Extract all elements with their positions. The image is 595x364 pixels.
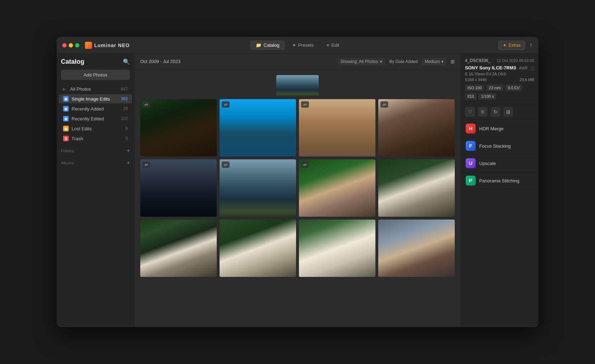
add-folder-button[interactable]: + bbox=[127, 148, 130, 154]
photo-filename: 4_DSC9336_ bbox=[465, 58, 491, 63]
photo-mountain2[interactable]: ⇌ bbox=[220, 159, 296, 217]
trash-count: 0 bbox=[125, 136, 128, 141]
size-filter[interactable]: Medium ▾ bbox=[422, 58, 446, 66]
photo-man-forest[interactable] bbox=[378, 159, 455, 217]
photo-woman1[interactable]: ⇌ bbox=[299, 99, 375, 157]
photo-man-jungle1[interactable] bbox=[140, 220, 217, 277]
favorite-button[interactable]: ♡ bbox=[465, 107, 475, 117]
recently-edited-icon: ▣ bbox=[63, 116, 69, 121]
sidebar: Catalog 🔍 Add Photos ▶ All Photos 847 ▣ … bbox=[57, 54, 135, 327]
tool-panorama-stitching[interactable]: P Panorama Stitching bbox=[461, 172, 538, 189]
upscale-icon: U bbox=[466, 158, 476, 168]
photo-exif: ISO 100 23 mm 0.0 EV f/10 1/100 s bbox=[465, 85, 534, 99]
more-options-button[interactable]: ⊞ bbox=[503, 107, 513, 117]
sidebar-item-all-photos[interactable]: ▶ All Photos 847 bbox=[59, 85, 132, 93]
edit-icon: ≡ bbox=[327, 42, 329, 48]
copy-button[interactable]: ⎘ bbox=[478, 107, 488, 117]
photo-mountain1[interactable]: ⇌ bbox=[140, 159, 217, 217]
tab-catalog[interactable]: 📁 Catalog bbox=[250, 40, 285, 50]
single-edits-label: Single Image Edits bbox=[72, 96, 118, 102]
photo-woman2[interactable]: ⇌ bbox=[378, 99, 455, 157]
sliders-icon: ⇌ bbox=[144, 102, 148, 107]
tab-presets[interactable]: ✦ Presets bbox=[287, 40, 319, 50]
minimize-button[interactable] bbox=[69, 43, 73, 47]
recently-added-label: Recently Added bbox=[72, 106, 120, 112]
chevron-down-icon-2: ▾ bbox=[441, 59, 443, 64]
traffic-lights bbox=[62, 43, 79, 47]
photo-man-garden[interactable] bbox=[299, 220, 375, 277]
sidebar-item-recently-added[interactable]: ▣ Recently Added 29 bbox=[59, 104, 132, 113]
size-label: Medium bbox=[425, 59, 440, 64]
trash-icon: 🗑 bbox=[63, 136, 69, 141]
tool-upscale[interactable]: U Upscale bbox=[461, 155, 538, 172]
grid-view-toggle[interactable]: ⊞ bbox=[450, 59, 455, 64]
photo-awb: AWB bbox=[519, 66, 528, 70]
sidebar-item-recently-edited[interactable]: ▣ Recently Edited 102 bbox=[59, 114, 132, 123]
tool-hdr-merge[interactable]: H HDR Merge bbox=[461, 120, 538, 137]
sliders-icon-2: ⇌ bbox=[224, 102, 227, 107]
photo-surfer[interactable]: ⇌ bbox=[220, 99, 296, 157]
trash-label: Trash bbox=[72, 136, 123, 141]
exif-iso: ISO 100 bbox=[465, 85, 484, 91]
exif-ev: 0.0 EV bbox=[505, 85, 522, 91]
folders-label: Folders bbox=[61, 149, 74, 153]
main-layout: Catalog 🔍 Add Photos ▶ All Photos 847 ▣ … bbox=[57, 54, 538, 327]
sidebar-item-trash[interactable]: 🗑 Trash 0 bbox=[59, 134, 132, 143]
panorama-label: Panorama Stitching bbox=[479, 178, 519, 183]
exif-aperture: f/10 bbox=[465, 93, 476, 99]
edit-indicator: ⇌ bbox=[142, 101, 150, 108]
sliders-icon-4: ⇌ bbox=[382, 102, 386, 107]
hdr-merge-label: HDR Merge bbox=[479, 126, 504, 131]
date-range: Oct 2009 - Jul 2023 bbox=[140, 59, 180, 64]
tool-focus-stacking[interactable]: F Focus Stacking bbox=[461, 137, 538, 155]
catalog-tab-label: Catalog bbox=[264, 42, 279, 48]
sidebar-item-lost-edits[interactable]: ▣ Lost Edits 6 bbox=[59, 124, 132, 133]
star-icon: ✦ bbox=[503, 43, 506, 48]
photo-camera: SONY Sony ILCE-7RM3 bbox=[465, 65, 516, 70]
panorama-icon: P bbox=[466, 176, 476, 186]
extras-label: Extras bbox=[509, 43, 521, 48]
tab-edit[interactable]: ≡ Edit bbox=[321, 40, 345, 50]
recently-edited-count: 102 bbox=[121, 116, 128, 121]
edit-indicator-7: ⇌ bbox=[301, 161, 309, 168]
photo-filename-row: 4_DSC9336_ 11 Oct 2020 09:02:05 bbox=[465, 58, 534, 63]
focus-stacking-icon: F bbox=[466, 141, 476, 151]
photo-man-jungle2[interactable] bbox=[220, 220, 296, 277]
sidebar-title: Catalog bbox=[61, 58, 84, 66]
lost-edits-icon: ▣ bbox=[63, 126, 69, 131]
edit-tab-label: Edit bbox=[332, 42, 339, 48]
photo-grid: ⇌ ⇌ ⇌ bbox=[135, 69, 460, 327]
photo-woman-street[interactable] bbox=[378, 220, 455, 277]
photo-filesize: 20,6 MB bbox=[520, 78, 534, 82]
maximize-button[interactable] bbox=[75, 43, 79, 47]
edit-indicator-3: ⇌ bbox=[301, 101, 309, 108]
sort-filter[interactable]: By Date Added bbox=[389, 59, 418, 64]
sidebar-item-single-image-edits[interactable]: ▣ Single Image Edits 382 bbox=[59, 94, 132, 103]
title-bar: Luminar NEO 📁 Catalog ✦ Presets ≡ Edit ✦… bbox=[57, 37, 538, 54]
nav-tabs: 📁 Catalog ✦ Presets ≡ Edit bbox=[250, 40, 345, 50]
photo-dimensions: 5168 x 3448 bbox=[465, 78, 487, 82]
photo-dark-trees[interactable]: ⇌ bbox=[140, 99, 217, 157]
content-toolbar: Oct 2009 - Jul 2023 Showing: All Photos … bbox=[135, 54, 460, 69]
catalog-icon: 📁 bbox=[256, 42, 261, 48]
photo-jungle-woman[interactable]: ⇌ bbox=[299, 159, 375, 217]
lost-edits-label: Lost Edits bbox=[72, 126, 123, 131]
close-button[interactable] bbox=[62, 43, 67, 47]
exif-shutter: 1/100 s bbox=[478, 93, 496, 99]
showing-label: Showing: All Photos bbox=[340, 59, 378, 64]
search-icon[interactable]: 🔍 bbox=[123, 58, 130, 65]
edit-indicator-4: ⇌ bbox=[380, 101, 388, 108]
add-photos-button[interactable]: Add Photos bbox=[61, 70, 130, 80]
sliders-icon-7: ⇌ bbox=[303, 162, 307, 167]
presets-tab-label: Presets bbox=[298, 42, 314, 48]
showing-filter[interactable]: Showing: All Photos ▾ bbox=[338, 58, 385, 66]
photo-info-header: 4_DSC9336_ 11 Oct 2020 09:02:05 SONY Son… bbox=[461, 54, 538, 104]
rotate-button[interactable]: ↻ bbox=[491, 107, 500, 117]
share-button[interactable]: ↑ bbox=[529, 41, 533, 49]
recently-added-count: 29 bbox=[123, 106, 128, 111]
add-album-button[interactable]: + bbox=[127, 160, 130, 166]
top-strip bbox=[140, 75, 455, 96]
app-window: Luminar NEO 📁 Catalog ✦ Presets ≡ Edit ✦… bbox=[57, 37, 538, 327]
extras-button[interactable]: ✦ Extras bbox=[498, 41, 525, 50]
top-strip-thumb[interactable] bbox=[276, 75, 319, 96]
